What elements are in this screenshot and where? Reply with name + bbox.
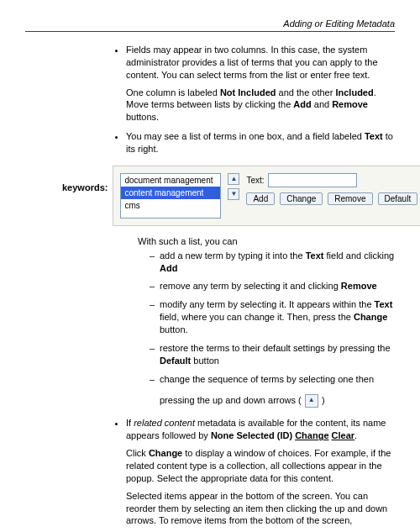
remove-button[interactable]: Remove <box>328 192 372 205</box>
keywords-panel: keywords: document management content ma… <box>62 166 395 226</box>
text-label: Text: <box>246 176 264 185</box>
list-item[interactable]: cms <box>121 199 220 212</box>
bullet-related-content: If related content metadata is available… <box>126 417 395 532</box>
move-up-icon[interactable]: ▲ <box>228 173 239 185</box>
dash-modify: modify any term by selecting it. It appe… <box>150 298 395 336</box>
bullet-two-columns: Fields may appear in two columns. In thi… <box>126 44 395 124</box>
list-item[interactable]: content management <box>121 187 220 199</box>
text-input[interactable] <box>268 173 357 187</box>
related-p2: Click Change to display a window of choi… <box>126 447 395 485</box>
default-button[interactable]: Default <box>378 192 418 205</box>
dash-remove: remove any term by selecting it and clic… <box>150 280 395 292</box>
page-header-title: Adding or Editing Metadata <box>25 18 395 29</box>
bullet-1-para2: One column is labeled Not Included and t… <box>126 87 395 124</box>
reorder-arrows: ▲ ▼ <box>228 173 239 200</box>
keywords-box: document management content management c… <box>113 166 420 226</box>
dash-sequence: change the sequence of terms by selectin… <box>150 373 395 408</box>
related-p3: Selected items appear in the bottom of t… <box>126 490 395 528</box>
keywords-listbox[interactable]: document management content management c… <box>120 173 221 219</box>
header-rule <box>25 31 395 32</box>
list-item[interactable]: document management <box>121 174 220 187</box>
dash-restore: restore the terms to their default setti… <box>150 342 395 367</box>
add-button[interactable]: Add <box>246 192 275 205</box>
change-button[interactable]: Change <box>280 192 323 205</box>
text-row: Text: <box>246 173 417 187</box>
with-such-text: With such a list, you can <box>138 236 395 246</box>
bullet-text-field: You may see a list of terms in one box, … <box>126 130 395 155</box>
bullet-1-text: Fields may appear in two columns. In thi… <box>126 45 378 80</box>
move-down-icon[interactable]: ▼ <box>228 188 239 200</box>
up-down-arrow-icon: ▲ <box>305 394 318 408</box>
keywords-label: keywords: <box>62 166 108 192</box>
dash-add: add a new term by typing it into the Tex… <box>150 250 395 275</box>
dash-sequence-p2: pressing the up and down arrows ( ▲ ) <box>160 394 395 408</box>
